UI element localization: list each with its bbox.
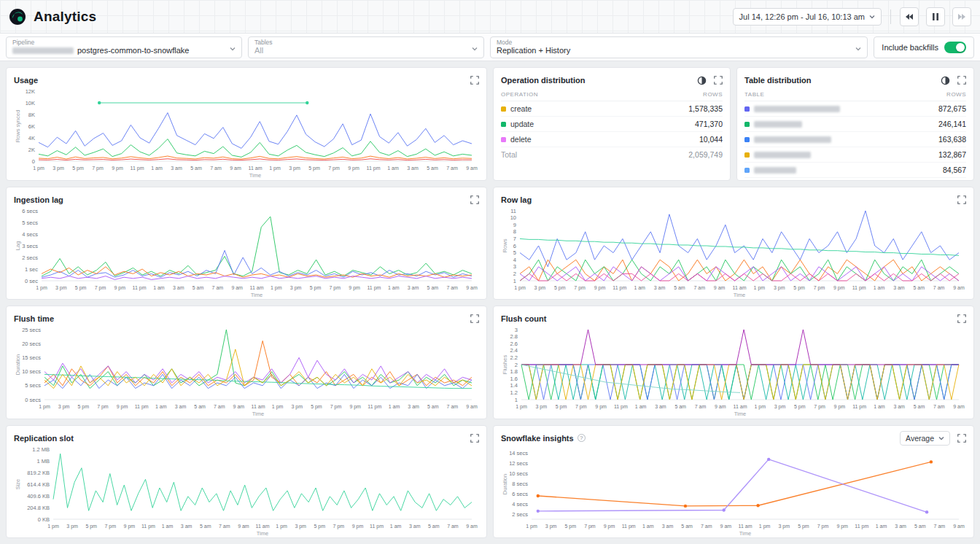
column-header: OPERATION — [501, 91, 538, 98]
row-value: 471,370 — [695, 120, 723, 128]
svg-text:2: 2 — [515, 362, 518, 368]
tables-select[interactable]: Tables All — [248, 36, 484, 58]
svg-text:7: 7 — [513, 235, 516, 241]
tables-value: All — [254, 46, 466, 55]
svg-text:3 am: 3 am — [408, 404, 419, 409]
svg-text:3: 3 — [515, 327, 518, 333]
svg-text:9 pm: 9 pm — [352, 524, 364, 529]
svg-text:1 pm: 1 pm — [272, 404, 284, 410]
operation-table-body: create1,578,335update471,370delete10,044 — [501, 101, 723, 147]
include-backfills-control: Include backfills — [874, 36, 974, 58]
date-range-button[interactable]: Jul 14, 12:26 pm - Jul 16, 10:13 am — [733, 8, 882, 26]
table-row[interactable]: create1,578,335 — [501, 101, 723, 117]
svg-text:1 am: 1 am — [642, 524, 654, 529]
expand-icon[interactable] — [470, 195, 479, 204]
replication-slot-chart[interactable]: 0 KB204.8 KB409.6 KB614.4 KB819.2 KB1 MB… — [14, 445, 479, 537]
svg-text:5 pm: 5 pm — [308, 166, 320, 171]
chevron-down-icon — [938, 435, 944, 441]
svg-text:5 am: 5 am — [190, 166, 202, 171]
svg-text:5 pm: 5 pm — [72, 166, 84, 171]
svg-text:3 am: 3 am — [171, 166, 182, 171]
svg-text:1 pm: 1 pm — [754, 404, 766, 410]
svg-text:1 pm: 1 pm — [276, 524, 287, 529]
svg-text:7 am: 7 am — [933, 404, 945, 409]
snowflake-insights-chart[interactable]: 2 secs4 secs6 secs8 secs10 secs12 secs14… — [501, 445, 966, 537]
svg-text:9 pm: 9 pm — [124, 524, 136, 529]
expand-icon[interactable] — [470, 76, 479, 85]
table-row[interactable]: update471,370 — [501, 117, 723, 132]
rewind-button[interactable] — [900, 7, 919, 26]
svg-text:9 am: 9 am — [230, 166, 241, 171]
svg-text:9 pm: 9 pm — [594, 285, 606, 291]
svg-text:1 MB: 1 MB — [36, 457, 50, 464]
expand-icon[interactable] — [957, 76, 966, 85]
svg-text:3 pm: 3 pm — [290, 285, 302, 291]
svg-text:9 pm: 9 pm — [349, 404, 361, 410]
svg-text:1 pm: 1 pm — [754, 285, 766, 291]
svg-text:11 am: 11 am — [739, 524, 752, 529]
table-row[interactable]: 132,867 — [744, 147, 966, 163]
expand-icon[interactable] — [470, 314, 479, 323]
table-row[interactable]: 163,638 — [744, 132, 966, 147]
table-row[interactable]: 246,141 — [744, 117, 966, 132]
pipeline-select[interactable]: Pipeline postgres-common-to-snowflake — [6, 36, 242, 58]
pie-chart-toggle-icon[interactable] — [941, 76, 950, 85]
svg-text:11 pm: 11 pm — [131, 166, 144, 171]
table-row[interactable]: 84,567 — [744, 163, 966, 178]
expand-icon[interactable] — [957, 434, 966, 443]
redacted-table-name — [754, 136, 831, 143]
app-logo-icon — [9, 8, 26, 26]
ingestion-lag-chart[interactable]: 0 sec1 sec2 secs3 secs4 secs5 secs6 secs… — [14, 206, 479, 298]
svg-text:25 secs: 25 secs — [22, 327, 41, 333]
table-row[interactable]: delete10,044 — [501, 132, 723, 147]
flush-time-chart[interactable]: 0 secs5 secs10 secs15 secs20 secs25 secs… — [14, 325, 479, 417]
svg-text:1 am: 1 am — [874, 404, 885, 409]
date-range-label: Jul 14, 12:26 pm - Jul 16, 10:13 am — [739, 12, 865, 21]
row-label: create — [510, 104, 532, 113]
aggregation-value: Average — [906, 434, 934, 443]
row-lag-chart[interactable]: 1234567891011Rows1 pm3 pm5 pm7 pm9 pm11 … — [501, 206, 966, 298]
expand-icon[interactable] — [714, 76, 723, 85]
help-icon[interactable]: ? — [578, 434, 586, 442]
svg-text:9 am: 9 am — [231, 285, 243, 290]
svg-text:7 am: 7 am — [693, 285, 705, 290]
svg-text:7 pm: 7 pm — [333, 524, 345, 529]
mode-select[interactable]: Mode Replication + History — [490, 36, 868, 58]
fast-forward-button[interactable] — [952, 7, 971, 26]
svg-text:9 pm: 9 pm — [112, 166, 123, 171]
table-row[interactable]: 65,560 — [744, 178, 966, 179]
svg-text:2.8: 2.8 — [510, 333, 518, 340]
svg-text:11 am: 11 am — [733, 285, 747, 290]
flush-count-chart[interactable]: 11.21.41.61.822.22.42.62.83Flushes1 pm3 … — [501, 325, 966, 417]
svg-text:11 pm: 11 pm — [622, 524, 636, 529]
svg-text:7 am: 7 am — [446, 166, 458, 171]
svg-text:1 am: 1 am — [153, 285, 165, 290]
svg-text:11 am: 11 am — [256, 524, 270, 529]
total-value: 2,059,749 — [688, 150, 723, 159]
pause-button[interactable] — [926, 7, 945, 26]
svg-text:9 am: 9 am — [466, 524, 478, 529]
svg-text:204.8 KB: 204.8 KB — [27, 504, 50, 510]
include-backfills-toggle[interactable] — [944, 42, 966, 53]
expand-icon[interactable] — [957, 314, 966, 323]
svg-text:10 secs: 10 secs — [22, 368, 41, 375]
svg-text:3 pm: 3 pm — [66, 524, 78, 529]
svg-text:Time: Time — [257, 530, 268, 537]
table-row[interactable]: 872,675 — [744, 101, 966, 117]
svg-text:11: 11 — [510, 207, 516, 214]
aggregation-select[interactable]: Average — [900, 431, 950, 446]
svg-text:9 am: 9 am — [953, 524, 965, 529]
row-label: delete — [510, 135, 532, 144]
svg-text:4K: 4K — [28, 135, 35, 141]
expand-icon[interactable] — [470, 434, 479, 443]
usage-chart[interactable]: 02K4K6K8K10K12KRows synced1 pm3 pm5 pm7 … — [14, 87, 479, 179]
expand-icon[interactable] — [957, 195, 966, 204]
svg-text:9 am: 9 am — [466, 404, 478, 409]
svg-text:1 am: 1 am — [874, 285, 885, 290]
row-value: 1,578,335 — [688, 104, 723, 113]
pie-chart-toggle-icon[interactable] — [697, 76, 707, 85]
svg-text:1 am: 1 am — [390, 524, 402, 529]
svg-text:7 pm: 7 pm — [330, 404, 342, 410]
svg-text:5 pm: 5 pm — [75, 285, 87, 291]
svg-text:11 pm: 11 pm — [852, 404, 866, 410]
